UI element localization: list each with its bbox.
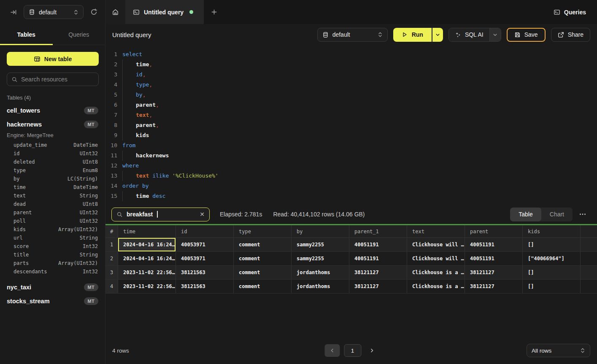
view-toggle-table[interactable]: Table xyxy=(510,208,541,221)
page-size-selector[interactable]: All rows xyxy=(527,344,590,357)
column-header[interactable]: text xyxy=(407,225,465,237)
editor-line[interactable]: 12where xyxy=(105,161,597,171)
run-button[interactable]: Run xyxy=(393,28,432,42)
table-cell[interactable]: 40053971 xyxy=(176,238,234,251)
table-cell[interactable]: Clickhouse will … xyxy=(407,238,465,251)
column-name: descendants xyxy=(14,269,47,275)
column-row: parentUInt32 xyxy=(0,208,105,217)
editor-line[interactable]: 1select xyxy=(105,49,597,59)
table-cell[interactable]: comment xyxy=(234,238,292,251)
results-search[interactable]: breakfast ✕ xyxy=(111,208,210,221)
editor-line[interactable]: 5by, xyxy=(105,90,597,100)
table-cell[interactable]: 38121127 xyxy=(349,266,407,279)
sql-ai-button[interactable]: SQL AI xyxy=(449,28,489,41)
table-row[interactable]: 22024-04-16 16:24…40053971commentsammy22… xyxy=(105,252,597,266)
page-number-input[interactable]: 1 xyxy=(344,344,361,357)
previous-page-button[interactable] xyxy=(324,344,340,357)
table-cell[interactable]: sammy2255 xyxy=(292,252,349,265)
table-cell[interactable]: Clickhouse is a … xyxy=(407,266,465,279)
sidebar-tab-tables[interactable]: Tables xyxy=(0,24,53,45)
column-header[interactable]: by xyxy=(292,225,349,237)
save-button-label: Save xyxy=(524,31,538,38)
table-item-hackernews[interactable]: hackernews MT xyxy=(0,117,105,131)
editor-line[interactable]: 15time desc xyxy=(105,191,597,201)
table-cell[interactable]: 38121127 xyxy=(349,280,407,293)
table-cell[interactable]: 2024-04-16 16:24… xyxy=(118,238,176,251)
table-item-stocks-stream[interactable]: stocks_stream MT xyxy=(0,294,105,308)
table-cell[interactable]: 2023-11-02 22:56… xyxy=(118,280,176,293)
table-row[interactable]: 12024-04-16 16:24…40053971commentsammy22… xyxy=(105,238,597,252)
editor-line[interactable]: 3id, xyxy=(105,70,597,80)
table-cell[interactable]: [] xyxy=(523,266,581,279)
column-header[interactable]: parent_1 xyxy=(349,225,407,237)
editor-line[interactable]: 14order by xyxy=(105,181,597,191)
table-cell[interactable]: comment xyxy=(234,266,292,279)
sql-editor[interactable]: 1select2time,3id,4type,5by,6parent,7text… xyxy=(105,45,597,205)
column-header[interactable]: parent xyxy=(465,225,523,237)
editor-line[interactable]: 8parent, xyxy=(105,120,597,130)
line-number: 10 xyxy=(105,140,122,151)
new-table-button[interactable]: New table xyxy=(7,52,99,66)
table-cell[interactable]: comment xyxy=(234,280,292,293)
column-header[interactable]: # xyxy=(105,225,118,237)
collapse-sidebar-button[interactable] xyxy=(8,7,19,17)
table-cell[interactable]: ["40066964"] xyxy=(523,252,581,265)
new-tab-button[interactable] xyxy=(204,0,224,24)
table-cell[interactable]: [] xyxy=(523,238,581,251)
sql-ai-options-button[interactable] xyxy=(489,28,501,41)
column-name: type xyxy=(14,167,26,173)
column-header[interactable]: id xyxy=(176,225,234,237)
database-selector[interactable]: default xyxy=(24,5,84,19)
database-selector[interactable]: default xyxy=(317,28,388,42)
table-cell[interactable]: 40051191 xyxy=(465,252,523,265)
table-cell[interactable]: jordanthoms xyxy=(292,266,349,279)
table-cell[interactable]: [] xyxy=(523,280,581,293)
table-cell[interactable]: 40051191 xyxy=(349,252,407,265)
table-cell[interactable]: 38121127 xyxy=(465,280,523,293)
column-header[interactable]: time xyxy=(118,225,176,237)
column-header[interactable]: kids xyxy=(523,225,581,237)
table-cell[interactable]: 38121563 xyxy=(176,280,234,293)
table-row[interactable]: 42023-11-02 22:56…38121563commentjordant… xyxy=(105,280,597,294)
table-cell[interactable]: sammy2255 xyxy=(292,238,349,251)
table-cell[interactable]: 38121563 xyxy=(176,266,234,279)
editor-line[interactable]: 9kids xyxy=(105,130,597,140)
table-cell[interactable]: 40053971 xyxy=(176,252,234,265)
tab-untitled-query[interactable]: Untitled query xyxy=(125,0,204,24)
share-button[interactable]: Share xyxy=(551,28,590,42)
table-cell[interactable]: Clickhouse will … xyxy=(407,252,465,265)
engine-badge: MT xyxy=(84,121,98,128)
editor-line[interactable]: 13text ilike '%ClickHouse%' xyxy=(105,171,597,181)
table-cell[interactable]: 2023-11-02 22:56… xyxy=(118,266,176,279)
clear-search-icon[interactable]: ✕ xyxy=(200,211,205,218)
editor-line[interactable]: 11hackernews xyxy=(105,151,597,161)
table-cell[interactable]: Clickhouse is a … xyxy=(407,280,465,293)
editor-line[interactable]: 7text, xyxy=(105,110,597,120)
run-options-button[interactable] xyxy=(432,28,443,42)
table-cell[interactable]: comment xyxy=(234,252,292,265)
editor-line[interactable]: 4type, xyxy=(105,80,597,90)
sidebar-tab-queries[interactable]: Queries xyxy=(53,24,105,45)
table-item-cell-towers[interactable]: cell_towers MT xyxy=(0,103,105,117)
table-cell[interactable]: 2024-04-16 16:24… xyxy=(118,252,176,265)
table-item-nyc-taxi[interactable]: nyc_taxi MT xyxy=(0,280,105,294)
search-resources-input[interactable] xyxy=(21,76,94,83)
editor-line[interactable]: 6parent, xyxy=(105,100,597,110)
table-cell[interactable]: 38121127 xyxy=(465,266,523,279)
table-cell[interactable]: jordanthoms xyxy=(292,280,349,293)
more-options-button[interactable] xyxy=(578,211,588,217)
save-button[interactable]: Save xyxy=(507,28,546,42)
table-row[interactable]: 32023-11-02 22:56…38121563commentjordant… xyxy=(105,266,597,280)
home-button[interactable] xyxy=(105,0,125,24)
refresh-button[interactable] xyxy=(89,7,99,17)
sidebar-search[interactable] xyxy=(7,73,99,86)
editor-line[interactable]: 10from xyxy=(105,140,597,151)
editor-line[interactable]: 2time, xyxy=(105,59,597,70)
column-header[interactable]: type xyxy=(234,225,292,237)
table-cell[interactable]: 40051191 xyxy=(465,238,523,251)
view-toggle-chart[interactable]: Chart xyxy=(541,208,573,221)
code-text: from xyxy=(122,140,135,151)
queries-button[interactable]: Queries xyxy=(554,0,586,24)
next-page-button[interactable] xyxy=(365,344,378,357)
table-cell[interactable]: 40051191 xyxy=(349,238,407,251)
